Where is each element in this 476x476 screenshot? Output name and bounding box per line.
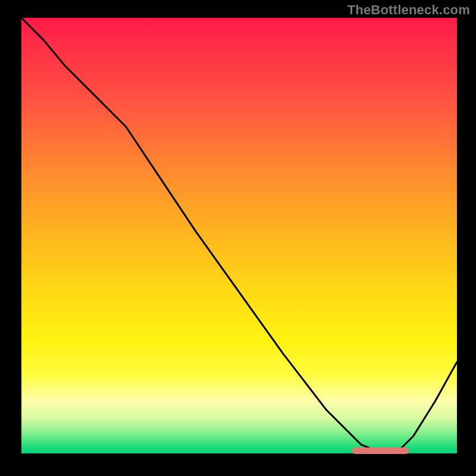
chart-highlight-marker [352,447,409,454]
chart-line-series [21,18,457,453]
watermark-text: TheBottleneck.com [347,2,470,18]
chart-plot-area [21,18,457,453]
